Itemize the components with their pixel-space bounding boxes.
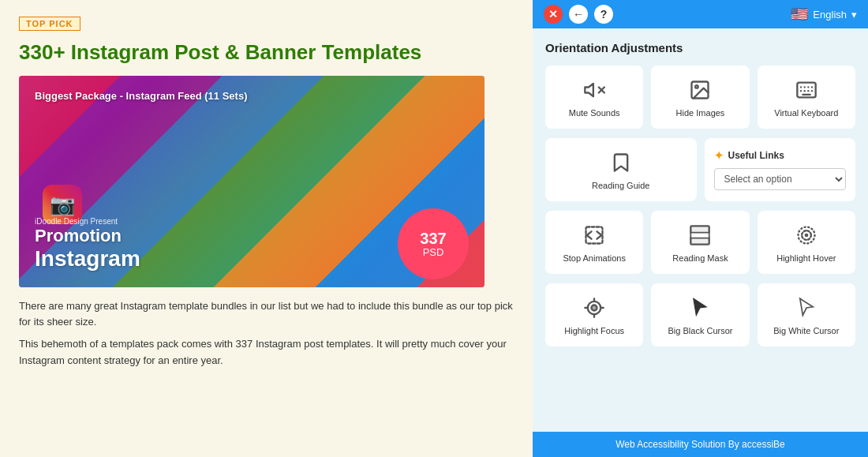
- description-2: This behemoth of a templates pack comes …: [19, 336, 514, 368]
- svg-point-4: [696, 85, 699, 88]
- flag-icon: 🇺🇸: [791, 6, 808, 23]
- big-black-cursor-icon: [689, 297, 711, 319]
- highlight-focus-icon: [583, 297, 605, 319]
- top-pick-badge: TOP PICK: [19, 17, 80, 31]
- language-label: English: [813, 9, 847, 21]
- biggest-pkg-label: Biggest Package - Instagram Feed (11 Set…: [35, 90, 247, 102]
- template-count-circle: 337 PSD: [398, 208, 469, 279]
- accessibility-header: ✕ ← ? 🇺🇸 English ▾: [533, 0, 868, 28]
- grid-row-1: Mute Sounds Hide Images: [545, 66, 855, 129]
- hide-images-icon: [689, 79, 711, 101]
- star-icon: ✦: [714, 149, 724, 162]
- help-button[interactable]: ?: [594, 5, 613, 24]
- accessibility-footer: Web Accessibility Solution By accessiBe: [533, 432, 868, 457]
- chevron-down-icon: ▾: [851, 9, 857, 21]
- big-black-cursor-button[interactable]: Big Black Cursor: [651, 283, 749, 346]
- hide-images-label: Hide Images: [676, 107, 725, 118]
- big-black-cursor-label: Big Black Cursor: [668, 325, 733, 336]
- promo-text: iDoodle Design Present Promotion Instagr…: [35, 217, 140, 272]
- svg-rect-17: [691, 232, 709, 238]
- reading-mask-icon: [689, 224, 711, 246]
- big-white-cursor-button[interactable]: Big White Cursor: [758, 283, 855, 346]
- useful-links-title: Useful Links: [728, 150, 784, 161]
- mute-sounds-button[interactable]: Mute Sounds: [545, 66, 643, 129]
- header-controls: ✕ ← ?: [544, 5, 613, 24]
- svg-marker-0: [585, 84, 593, 96]
- highlight-hover-button[interactable]: Highlight Hover: [758, 211, 855, 274]
- reading-mask-button[interactable]: Reading Mask: [651, 211, 749, 274]
- highlight-hover-icon: [795, 224, 817, 246]
- main-image: 📷 Biggest Package - Instagram Feed (11 S…: [19, 76, 485, 287]
- useful-links-select[interactable]: Select an option: [714, 168, 847, 190]
- mute-sounds-icon: [583, 79, 605, 101]
- stop-animations-button[interactable]: Stop Animations: [545, 211, 643, 274]
- virtual-keyboard-button[interactable]: Virtual Keyboard: [758, 66, 855, 129]
- big-white-cursor-icon: [795, 297, 817, 319]
- footer-text: Web Accessibility Solution By accessiBe: [615, 439, 785, 450]
- reading-guide-label: Reading Guide: [592, 180, 649, 191]
- highlight-focus-button[interactable]: Highlight Focus: [545, 283, 643, 346]
- section-title: Orientation Adjustments: [545, 41, 855, 54]
- reading-useful-row: Reading Guide ✦ Useful Links Select an o…: [545, 138, 855, 201]
- reading-guide-button[interactable]: Reading Guide: [545, 138, 697, 201]
- close-button[interactable]: ✕: [544, 5, 563, 24]
- language-selector[interactable]: 🇺🇸 English ▾: [791, 6, 857, 23]
- big-white-cursor-label: Big White Cursor: [773, 325, 839, 336]
- svg-point-22: [592, 305, 597, 310]
- reading-guide-icon: [610, 152, 632, 174]
- page-title: 330+ Instagram Post & Banner Templates: [19, 40, 514, 65]
- reading-mask-label: Reading Mask: [672, 253, 728, 264]
- virtual-keyboard-label: Virtual Keyboard: [774, 107, 838, 118]
- highlight-focus-label: Highlight Focus: [564, 325, 624, 336]
- panel-content: Orientation Adjustments Mute Sounds: [533, 28, 868, 432]
- right-panel: ✕ ← ? 🇺🇸 English ▾ Orientation Adjustmen…: [533, 0, 868, 457]
- virtual-keyboard-icon: [795, 79, 817, 101]
- highlight-hover-label: Highlight Hover: [776, 253, 836, 264]
- mute-sounds-label: Mute Sounds: [569, 107, 620, 118]
- hide-images-button[interactable]: Hide Images: [651, 66, 749, 129]
- grid-row-3: Highlight Focus Big Black Cursor Big Whi…: [545, 283, 855, 346]
- stop-animations-label: Stop Animations: [563, 253, 626, 264]
- description-1: There are many great Instagram template …: [19, 298, 514, 330]
- useful-links-header: ✦ Useful Links: [714, 149, 847, 162]
- useful-links-panel: ✦ Useful Links Select an option: [705, 138, 856, 201]
- back-button[interactable]: ←: [569, 5, 588, 24]
- left-panel: TOP PICK 330+ Instagram Post & Banner Te…: [0, 0, 533, 457]
- svg-point-18: [806, 234, 807, 236]
- grid-row-2: Stop Animations Reading Mask: [545, 211, 855, 274]
- stop-animations-icon: [583, 224, 605, 246]
